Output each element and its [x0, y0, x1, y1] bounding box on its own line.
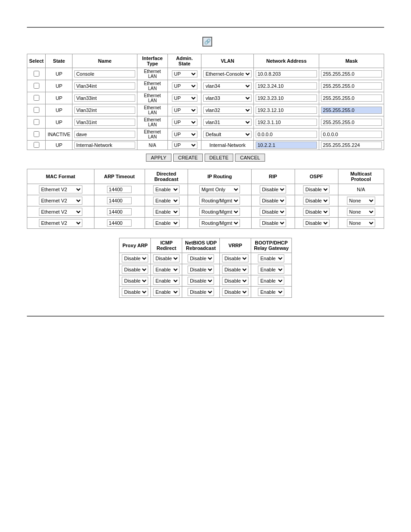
row-1-name-input[interactable] — [74, 82, 135, 90]
ct2-row-2-bootp[interactable]: EnableDisable — [258, 277, 284, 285]
row-6-mask-input[interactable] — [321, 142, 382, 149]
row-3-mask-input[interactable] — [321, 107, 382, 114]
ct1-row-3-ospf[interactable]: EnableDisable — [303, 219, 330, 227]
row-3-name-input[interactable] — [74, 107, 135, 114]
ct2-row-1-proxy-arp[interactable]: EnableDisable — [122, 266, 148, 274]
ct2-row-1-vrrp[interactable]: EnableDisable — [222, 266, 248, 274]
ct1-row-0-arp[interactable] — [107, 186, 132, 193]
ct1-row-1-rip[interactable]: EnableDisable — [260, 197, 286, 205]
ct1-row-3-rip[interactable]: EnableDisable — [260, 219, 286, 227]
row-5-name-input[interactable] — [74, 131, 135, 138]
ct1-row-2-rip[interactable]: EnableDisable — [260, 208, 286, 216]
row-1-network-input[interactable] — [256, 82, 317, 90]
ct2-row-0-vrrp[interactable]: EnableDisable — [222, 254, 248, 262]
row-2-mask-input[interactable] — [321, 94, 382, 102]
row-5-network-input[interactable] — [256, 131, 317, 138]
row-2-select[interactable] — [34, 95, 39, 101]
ct2-row-3-vrrp[interactable]: EnableDisable — [222, 288, 248, 296]
cancel-button[interactable]: CANCEL — [235, 154, 265, 162]
ct2-row-1-bootp[interactable]: EnableDisable — [258, 266, 284, 274]
row-4-name-input[interactable] — [74, 119, 135, 126]
ct1-row-3-multicast[interactable]: N/ANonePIM-DMDVMRP — [347, 219, 375, 227]
ct1-row-1-routing[interactable]: Mgmt OnlyRouting/MgmtRouting OnlyDisable — [199, 197, 240, 205]
row-2-vlan-select[interactable]: Ethernet-Consolevlan34vlan33vlan32vlan31… — [203, 94, 252, 102]
ct2-row-0-proxy-arp[interactable]: EnableDisable — [122, 254, 148, 262]
ct1-row-2-mac[interactable]: Ethernet V2Ethernet 802.3Ethernet SNAP — [39, 208, 82, 216]
ct1-row-0-mac[interactable]: Ethernet V2Ethernet 802.3Ethernet SNAP — [39, 185, 82, 193]
row-3-admin-select[interactable]: UPDOWN — [172, 107, 197, 114]
ct1-row-0-rip[interactable]: EnableDisable — [260, 185, 286, 193]
row-4-mask-input[interactable] — [321, 119, 382, 126]
row-3-vlan-select[interactable]: Ethernet-Consolevlan34vlan33vlan32vlan31… — [203, 107, 252, 114]
ct1-row-3-mac[interactable]: Ethernet V2Ethernet 802.3Ethernet SNAP — [39, 219, 82, 227]
row-4-select[interactable] — [34, 119, 39, 125]
row-4-vlan-select[interactable]: Ethernet-Consolevlan34vlan33vlan32vlan31… — [203, 119, 252, 126]
row-2-admin-select[interactable]: UPDOWN — [172, 94, 197, 102]
row-6-name-input[interactable] — [74, 142, 135, 149]
ct1-row-2-ospf[interactable]: EnableDisable — [303, 208, 330, 216]
ct1-row-0-directed[interactable]: EnableDisable — [153, 185, 180, 193]
row-1-mask-input[interactable] — [321, 82, 382, 90]
row-6-network-input[interactable] — [256, 142, 317, 149]
ct2-row-0-icmp-redirect[interactable]: EnableDisable — [153, 254, 180, 262]
row-4-admin-select[interactable]: UPDOWN — [172, 119, 197, 126]
row-3-network-input[interactable] — [256, 107, 317, 114]
row-1-vlan-select[interactable]: Ethernet-Consolevlan34vlan33vlan32vlan31… — [203, 82, 252, 90]
row-1-state: UP — [46, 80, 73, 92]
ct2-row-2-vrrp[interactable]: EnableDisable — [222, 277, 248, 285]
ct1-row-2-routing[interactable]: Mgmt OnlyRouting/MgmtRouting OnlyDisable — [199, 208, 240, 216]
ct2-row-3-netbios[interactable]: EnableDisable — [188, 288, 214, 296]
ct1-row-3-directed[interactable]: EnableDisable — [153, 219, 180, 227]
row-0-admin-select[interactable]: UPDOWN — [172, 70, 197, 77]
row-0-mask-input[interactable] — [321, 70, 382, 77]
ct1-row-0-multicast-text: N/A — [338, 184, 384, 195]
col-admin: Admin. State — [167, 54, 201, 68]
ct1-row-2-directed[interactable]: EnableDisable — [153, 208, 180, 216]
ct1-row-1-arp[interactable] — [107, 197, 132, 204]
content-area: 🔗 Select State Name InterfaceType Admin.… — [0, 28, 411, 316]
ct1-row-3-routing[interactable]: Mgmt OnlyRouting/MgmtRouting OnlyDisable — [199, 219, 240, 227]
ct1-row-1-mac[interactable]: Ethernet V2Ethernet 802.3Ethernet SNAP — [39, 197, 82, 205]
row-3-select[interactable] — [34, 107, 39, 113]
row-6-admin-select[interactable]: UPDOWN — [172, 142, 197, 149]
delete-button[interactable]: DELETE — [205, 154, 234, 162]
col-routing: IP Routing — [188, 169, 251, 184]
row-5-vlan-select[interactable]: Ethernet-Consolevlan34vlan33vlan32vlan31… — [203, 131, 252, 138]
ct2-row-2-proxy-arp[interactable]: EnableDisable — [122, 277, 148, 285]
row-0-network-input[interactable] — [256, 70, 317, 77]
row-5-mask-input[interactable] — [321, 131, 382, 138]
ct2-row-0-bootp[interactable]: EnableDisable — [258, 254, 284, 262]
create-button[interactable]: CREATE — [173, 154, 203, 162]
row-4-network-input[interactable] — [256, 119, 317, 126]
apply-button[interactable]: APPLY — [146, 154, 171, 162]
ct2-row-3-icmp-redirect[interactable]: EnableDisable — [153, 288, 180, 296]
row-1-select[interactable] — [34, 83, 39, 89]
ct1-row-2-arp[interactable] — [107, 208, 132, 215]
ct1-row-3-arp[interactable] — [107, 219, 132, 227]
row-1-admin-select[interactable]: UPDOWN — [172, 82, 197, 90]
ct1-row-0-ospf[interactable]: EnableDisable — [303, 185, 330, 193]
ct2-row-3-proxy-arp[interactable]: EnableDisable — [122, 288, 148, 296]
ct2-row-2-icmp-redirect[interactable]: EnableDisable — [153, 277, 180, 285]
row-2-network-input[interactable] — [256, 94, 317, 102]
row-0-vlan-select[interactable]: Ethernet-Consolevlan34vlan33vlan32vlan31… — [203, 70, 252, 77]
row-0-select[interactable] — [34, 71, 39, 77]
row-5-admin-select[interactable]: UPDOWN — [172, 131, 197, 138]
row-0-name-input[interactable] — [74, 70, 135, 77]
ct2-row-0-netbios[interactable]: EnableDisable — [188, 254, 214, 262]
ct1-row-2-multicast[interactable]: N/ANonePIM-DMDVMRP — [347, 208, 375, 216]
ct1-row-1-directed[interactable]: EnableDisable — [153, 197, 180, 205]
ct2-row-1-icmp-redirect[interactable]: EnableDisable — [153, 266, 180, 274]
ct1-row-1-ospf[interactable]: EnableDisable — [303, 197, 330, 205]
network-icon: 🔗 — [202, 37, 212, 47]
ct2-row-3-bootp[interactable]: EnableDisable — [258, 288, 284, 296]
row-5-select[interactable] — [34, 131, 39, 137]
row-2-name-input[interactable] — [74, 94, 135, 102]
ct1-row-1-multicast[interactable]: N/ANonePIM-DMDVMRP — [347, 197, 375, 205]
row-6-select[interactable] — [34, 142, 39, 148]
ct2-row-1-netbios[interactable]: EnableDisable — [188, 266, 214, 274]
ct1-row-0-routing[interactable]: Mgmt OnlyRouting/MgmtRouting OnlyDisable — [199, 185, 240, 193]
page-title: 🔗 — [27, 37, 384, 47]
ct2-row-2-netbios[interactable]: EnableDisable — [188, 277, 214, 285]
col-directed: DirectedBroadcast — [145, 169, 188, 184]
